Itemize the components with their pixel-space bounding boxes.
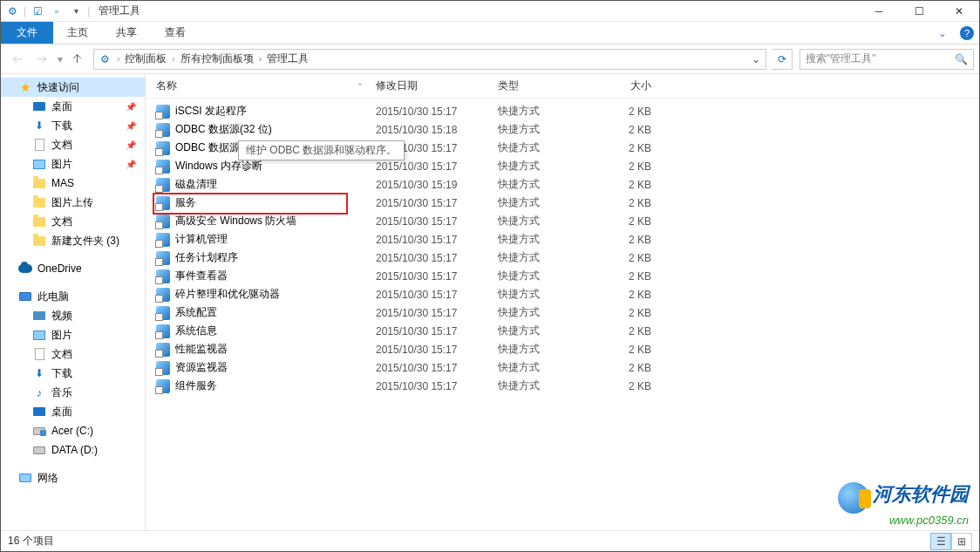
sidebar-item-下载[interactable]: ⬇下载 bbox=[1, 364, 145, 383]
icons-view-button[interactable]: ⊞ bbox=[951, 533, 972, 550]
crumb-admin-tools[interactable]: 管理工具 bbox=[265, 51, 310, 66]
control-panel-icon[interactable]: ⚙ bbox=[4, 3, 20, 19]
crumb-all-items[interactable]: 所有控制面板项 bbox=[179, 51, 255, 66]
sidebar-item-label: 桌面 bbox=[51, 99, 72, 114]
file-row[interactable]: 事件查看器2015/10/30 15:17快捷方式2 KB bbox=[146, 267, 979, 285]
sort-asc-icon: ⌃ bbox=[357, 82, 364, 91]
file-type: 快捷方式 bbox=[494, 177, 599, 192]
back-button[interactable]: 🡠 bbox=[6, 48, 29, 71]
file-tab[interactable]: 文件 bbox=[1, 22, 53, 44]
minimize-button[interactable]: ─ bbox=[859, 1, 899, 22]
sidebar-item-视频[interactable]: 视频 bbox=[1, 306, 145, 325]
sidebar-item-音乐[interactable]: ♪音乐 bbox=[1, 383, 145, 402]
column-type[interactable]: 类型 bbox=[494, 78, 599, 93]
sidebar-item-label: 下载 bbox=[51, 366, 72, 381]
file-row[interactable]: 服务2015/10/30 15:17快捷方式2 KB bbox=[146, 194, 979, 212]
sidebar-item-Acer (C:)[interactable]: Acer (C:) bbox=[1, 421, 145, 440]
refresh-button[interactable]: ⟳ bbox=[772, 49, 793, 70]
column-date[interactable]: 修改日期 bbox=[372, 78, 494, 93]
column-headers: 名称⌃ 修改日期 类型 大小 bbox=[146, 74, 979, 99]
pc-icon bbox=[18, 290, 32, 303]
watermark: 河东软件园 www.pc0359.cn bbox=[838, 481, 969, 527]
file-row[interactable]: 磁盘清理2015/10/30 15:19快捷方式2 KB bbox=[146, 175, 979, 194]
forward-button[interactable]: 🡢 bbox=[31, 48, 53, 71]
file-name: Windows 内存诊断 bbox=[175, 159, 262, 174]
search-input[interactable]: 搜索"管理工具" 🔍 bbox=[800, 49, 974, 70]
history-dropdown-icon[interactable]: ▾ bbox=[55, 53, 65, 65]
file-row[interactable]: 碎片整理和优化驱动器2015/10/30 15:17快捷方式2 KB bbox=[146, 285, 979, 303]
sidebar-item-桌面[interactable]: 桌面 bbox=[1, 402, 145, 421]
sidebar-item-label: 视频 bbox=[51, 309, 72, 324]
help-icon[interactable]: ? bbox=[955, 22, 979, 44]
file-row[interactable]: 系统配置2015/10/30 15:17快捷方式2 KB bbox=[146, 303, 979, 322]
up-button[interactable]: 🡡 bbox=[67, 49, 88, 70]
file-row[interactable]: 资源监视器2015/10/30 15:17快捷方式2 KB bbox=[146, 358, 979, 377]
sidebar-item-文档[interactable]: 文档📌 bbox=[1, 135, 145, 154]
column-size[interactable]: 大小 bbox=[599, 78, 669, 93]
file-type: 快捷方式 bbox=[494, 232, 599, 247]
file-type: 快捷方式 bbox=[494, 324, 599, 338]
sidebar-item-MAS[interactable]: MAS bbox=[1, 174, 145, 193]
file-row[interactable]: 计算机管理2015/10/30 15:17快捷方式2 KB bbox=[146, 230, 979, 249]
tab-share[interactable]: 共享 bbox=[102, 22, 151, 44]
sidebar-item-label: 图片上传 bbox=[51, 195, 93, 210]
chevron-right-icon[interactable]: › bbox=[168, 54, 178, 64]
address-bar[interactable]: ⚙ › 控制面板 › 所有控制面板项 › 管理工具 ⌄ bbox=[93, 49, 766, 70]
properties-icon[interactable]: ☑ bbox=[30, 3, 45, 19]
chevron-right-icon[interactable]: › bbox=[113, 54, 123, 64]
sidebar-item-DATA (D:)[interactable]: DATA (D:) bbox=[1, 440, 145, 460]
sidebar-item-label: MAS bbox=[51, 177, 74, 189]
shortcut-icon bbox=[156, 196, 170, 210]
file-row[interactable]: 任务计划程序2015/10/30 15:17快捷方式2 KB bbox=[146, 249, 979, 267]
sidebar-item-新建文件夹 (3)[interactable]: 新建文件夹 (3) bbox=[1, 231, 145, 250]
file-date: 2015/10/30 15:17 bbox=[372, 325, 494, 337]
file-date: 2015/10/30 15:18 bbox=[372, 124, 494, 136]
chevron-right-icon[interactable]: › bbox=[255, 54, 265, 64]
address-dropdown-icon[interactable]: ⌄ bbox=[748, 53, 764, 65]
shortcut-icon bbox=[156, 123, 170, 137]
crumb-control-panel[interactable]: 控制面板 bbox=[123, 51, 168, 66]
file-date: 2015/10/30 15:17 bbox=[372, 234, 494, 246]
file-size: 2 KB bbox=[599, 270, 669, 283]
control-panel-icon[interactable]: ⚙ bbox=[96, 53, 113, 65]
file-row[interactable]: ODBC 数据源(32 位)2015/10/30 15:18快捷方式2 KB bbox=[146, 120, 979, 139]
file-row[interactable]: 高级安全 Windows 防火墙2015/10/30 15:17快捷方式2 KB bbox=[146, 212, 979, 230]
file-row[interactable]: iSCSI 发起程序2015/10/30 15:17快捷方式2 KB bbox=[146, 102, 979, 120]
sidebar-item-图片[interactable]: 图片 bbox=[1, 325, 145, 344]
shortcut-icon bbox=[156, 343, 170, 357]
folder-icon[interactable]: ▫ bbox=[49, 3, 65, 19]
column-name[interactable]: 名称⌃ bbox=[146, 78, 372, 93]
file-row[interactable]: 组件服务2015/10/30 15:17快捷方式2 KB bbox=[146, 377, 979, 395]
sidebar-onedrive[interactable]: OneDrive bbox=[1, 259, 145, 278]
details-view-button[interactable]: ☰ bbox=[930, 533, 951, 550]
file-name: 计算机管理 bbox=[175, 232, 228, 247]
item-count: 16 个项目 bbox=[8, 534, 54, 549]
file-date: 2015/10/30 15:19 bbox=[372, 179, 494, 191]
expand-ribbon-icon[interactable]: ⌄ bbox=[930, 22, 955, 44]
file-row[interactable]: 系统信息2015/10/30 15:17快捷方式2 KB bbox=[146, 322, 979, 340]
close-button[interactable]: ✕ bbox=[939, 1, 979, 22]
file-name: 碎片整理和优化驱动器 bbox=[175, 287, 280, 302]
sidebar-item-图片[interactable]: 图片📌 bbox=[1, 154, 145, 174]
sidebar-item-文档[interactable]: 文档 bbox=[1, 212, 145, 231]
sidebar-item-下载[interactable]: ⬇下载📌 bbox=[1, 116, 145, 135]
file-name: iSCSI 发起程序 bbox=[175, 104, 247, 119]
file-type: 快捷方式 bbox=[494, 122, 599, 137]
sidebar-item-桌面[interactable]: 桌面📌 bbox=[1, 97, 145, 116]
sidebar-item-图片上传[interactable]: 图片上传 bbox=[1, 193, 145, 212]
shortcut-icon bbox=[156, 324, 170, 338]
sidebar-item-label: 下载 bbox=[51, 119, 72, 133]
file-row[interactable]: 性能监视器2015/10/30 15:17快捷方式2 KB bbox=[146, 340, 979, 358]
sidebar-this-pc[interactable]: 此电脑 bbox=[1, 287, 145, 306]
tab-home[interactable]: 主页 bbox=[53, 22, 102, 44]
search-icon[interactable]: 🔍 bbox=[955, 53, 968, 65]
sidebar-quick-access[interactable]: ★ 快速访问 bbox=[1, 78, 145, 97]
tooltip: 维护 ODBC 数据源和驱动程序。 bbox=[238, 140, 405, 160]
qat-dropdown-icon[interactable]: ▾ bbox=[68, 3, 84, 19]
network-icon bbox=[18, 471, 32, 485]
maximize-button[interactable]: ☐ bbox=[899, 1, 939, 22]
desktop-icon bbox=[32, 405, 46, 419]
sidebar-item-文档[interactable]: 文档 bbox=[1, 344, 145, 364]
sidebar-network[interactable]: 网络 bbox=[1, 468, 145, 487]
tab-view[interactable]: 查看 bbox=[151, 22, 200, 44]
